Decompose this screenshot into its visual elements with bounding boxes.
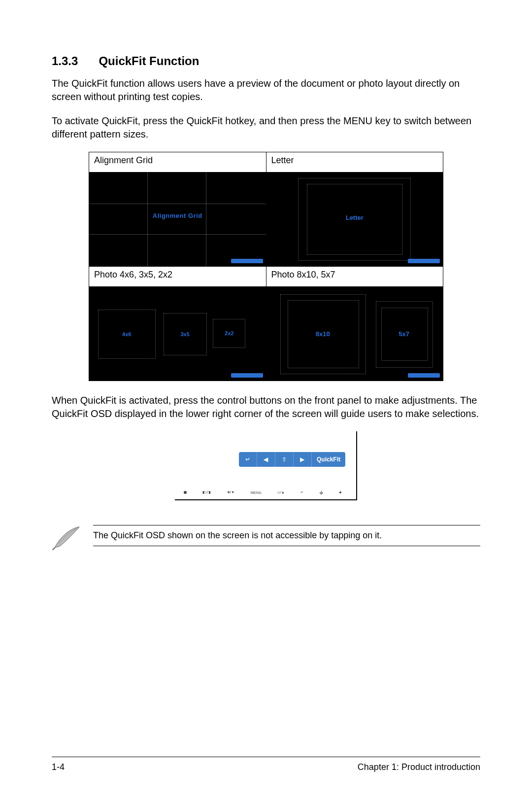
section-heading: 1.3.3QuickFit Function xyxy=(52,54,480,68)
panel-btn-3: ❖/▼ xyxy=(227,490,235,494)
cell-label-alignment-grid: Alignment Grid xyxy=(89,152,266,173)
page-footer: 1-4 Chapter 1: Product introduction xyxy=(52,757,480,772)
osd-indicator-icon xyxy=(408,259,440,263)
note-text: The QuickFit OSD shown on the screen is … xyxy=(93,525,480,546)
preview-photo-small: 4x6 3x5 2x2 xyxy=(89,287,266,381)
cell-label-photo-small: Photo 4x6, 3x5, 2x2 xyxy=(89,267,266,287)
osd-indicator-icon xyxy=(231,259,263,263)
panel-btn-8 xyxy=(339,490,341,494)
panel-btn-4: MENU xyxy=(251,490,262,494)
osd-indicator-icon xyxy=(408,373,440,378)
osd-exit-icon: ⇧ xyxy=(275,452,294,467)
size-label-2x2: 2x2 xyxy=(225,330,233,336)
osd-indicator-icon xyxy=(231,373,263,378)
preview-text-alignment-grid: Alignment Grid xyxy=(153,212,202,219)
preview-text-letter: Letter xyxy=(346,214,364,221)
panel-btn-7: ⏻ xyxy=(320,490,323,494)
panel-btn-2: ◧/◨ xyxy=(202,490,211,494)
cell-label-photo-large: Photo 8x10, 5x7 xyxy=(266,267,443,287)
document-page: 1.3.3QuickFit Function The QuickFit func… xyxy=(0,0,532,802)
size-label-3x5: 3x5 xyxy=(180,331,189,337)
osd-right-icon: ▶ xyxy=(294,452,312,467)
osd-left-icon: ◀ xyxy=(257,452,275,467)
paragraph-adjust: When QuickFit is activated, press the co… xyxy=(52,394,480,420)
panel-btn-1 xyxy=(184,490,187,494)
section-number: 1.3.3 xyxy=(52,54,78,68)
paragraph-activate: To activate QuickFit, press the QuickFit… xyxy=(52,114,480,141)
chapter-label: Chapter 1: Product introduction xyxy=(358,762,480,772)
paragraph-intro: The QuickFit function allows users have … xyxy=(52,77,480,104)
section-title-text: QuickFit Function xyxy=(99,54,199,68)
size-label-8x10: 8x10 xyxy=(316,330,330,338)
cell-label-letter: Letter xyxy=(266,152,443,173)
preview-letter: Letter xyxy=(266,173,443,267)
note-block: The QuickFit OSD shown on the screen is … xyxy=(52,525,480,551)
panel-btn-5: ◇/▲ xyxy=(277,490,285,494)
osd-figure: ↵ ◀ ⇧ ▶ QuickFit ◧/◨ ❖/▼ MENU ◇/▲ ↵ ⏻ xyxy=(175,431,357,500)
osd-quickfit-label: QuickFit xyxy=(312,452,345,467)
size-label-5x7: 5x7 xyxy=(399,330,409,338)
pattern-table: Alignment Grid Letter Alignment Grid Let… xyxy=(89,152,443,381)
panel-btn-6: ↵ xyxy=(300,490,303,494)
quill-icon xyxy=(52,525,82,551)
page-number: 1-4 xyxy=(52,762,65,772)
preview-alignment-grid: Alignment Grid xyxy=(89,173,266,267)
preview-photo-large: 8x10 5x7 xyxy=(266,287,443,381)
size-label-4x6: 4x6 xyxy=(122,331,131,337)
osd-enter-icon: ↵ xyxy=(239,452,257,467)
osd-toolbar: ↵ ◀ ⇧ ▶ QuickFit xyxy=(239,452,345,467)
panel-button-row: ◧/◨ ❖/▼ MENU ◇/▲ ↵ ⏻ xyxy=(184,490,341,494)
